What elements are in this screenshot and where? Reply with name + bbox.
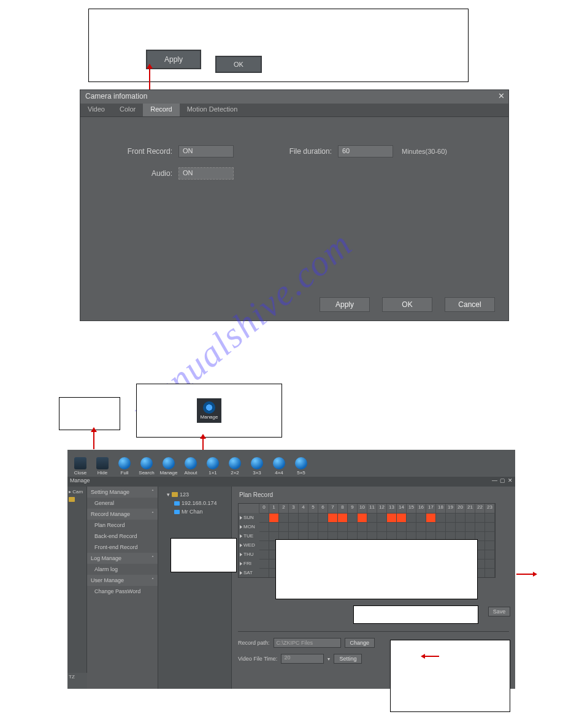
schedule-cell[interactable] — [485, 540, 495, 550]
schedule-cell[interactable] — [289, 513, 299, 522]
schedule-cell[interactable] — [328, 513, 338, 522]
schedule-day-label[interactable]: SUN — [239, 513, 259, 522]
schedule-day-label[interactable]: MON — [239, 522, 259, 531]
sidebar-item-frontend-record[interactable]: Front-end Record — [87, 542, 158, 553]
schedule-cell[interactable] — [308, 522, 318, 531]
sidebar-header-user-manage[interactable]: User Manage ˄ — [87, 575, 158, 586]
toolbar-grid-4x4[interactable]: 4×4 — [269, 457, 289, 476]
schedule-cell[interactable] — [377, 522, 387, 531]
schedule-cell[interactable] — [259, 522, 269, 531]
toolbar-grid-2x2[interactable]: 2×2 — [224, 457, 245, 476]
cancel-button[interactable]: Cancel — [445, 297, 495, 312]
sidebar-item-alarm-log[interactable]: Alarm log — [87, 564, 158, 575]
schedule-cell[interactable] — [338, 522, 348, 531]
tree-root[interactable]: ▾ 123 — [161, 490, 229, 499]
schedule-day-label[interactable]: THU — [239, 550, 259, 559]
schedule-cell[interactable] — [485, 559, 495, 568]
chevron-down-icon[interactable]: ▾ — [327, 656, 330, 662]
schedule-cell[interactable] — [426, 522, 436, 531]
schedule-cell[interactable] — [407, 522, 416, 531]
schedule-cell[interactable] — [269, 522, 279, 531]
schedule-cell[interactable] — [318, 522, 328, 531]
schedule-cell[interactable] — [485, 522, 495, 531]
sidebar-item-backend-record[interactable]: Back-end Record — [87, 531, 158, 542]
schedule-cell[interactable] — [475, 522, 485, 531]
schedule-day-label[interactable]: SAT — [239, 568, 259, 577]
audio-select[interactable]: ON — [178, 167, 234, 180]
save-button[interactable]: Save — [488, 607, 510, 616]
schedule-cell[interactable] — [259, 568, 269, 577]
schedule-cell[interactable] — [426, 513, 436, 522]
schedule-cell[interactable] — [259, 540, 269, 550]
schedule-cell[interactable] — [397, 522, 407, 531]
tab-record[interactable]: Record — [143, 104, 179, 116]
schedule-cell[interactable] — [377, 513, 387, 522]
schedule-cell[interactable] — [328, 522, 338, 531]
schedule-cell[interactable] — [299, 522, 308, 531]
toolbar-hide[interactable]: Hide — [92, 457, 113, 476]
schedule-cell[interactable] — [367, 513, 377, 522]
schedule-cell[interactable] — [416, 522, 426, 531]
sidebar-header-log-manage[interactable]: Log Manage ˄ — [87, 553, 158, 564]
schedule-cell[interactable] — [416, 513, 426, 522]
schedule-cell[interactable] — [289, 522, 299, 531]
schedule-cell[interactable] — [387, 513, 397, 522]
schedule-day-label[interactable]: WED — [239, 540, 259, 550]
schedule-cell[interactable] — [436, 513, 446, 522]
camera-tree-item[interactable] — [69, 497, 85, 503]
schedule-cell[interactable] — [485, 531, 495, 540]
schedule-cell[interactable] — [367, 522, 377, 531]
schedule-cell[interactable] — [485, 513, 495, 522]
toolbar-full[interactable]: Full — [114, 457, 135, 476]
toolbar-manage[interactable]: Manage — [158, 457, 179, 476]
schedule-cell[interactable] — [475, 513, 485, 522]
schedule-cell[interactable] — [358, 513, 367, 522]
schedule-cell[interactable] — [259, 513, 269, 522]
schedule-cell[interactable] — [436, 522, 446, 531]
apply-button-chip[interactable]: Apply — [146, 50, 201, 69]
toolbar-search[interactable]: Search — [136, 457, 157, 476]
schedule-cell[interactable] — [485, 550, 495, 559]
file-duration-input[interactable]: 60 — [338, 145, 393, 157]
tab-color[interactable]: Color — [112, 104, 143, 116]
schedule-cell[interactable] — [259, 559, 269, 568]
toolbar-grid-3x3[interactable]: 3×3 — [247, 457, 267, 476]
schedule-cell[interactable] — [348, 522, 358, 531]
schedule-cell[interactable] — [279, 513, 289, 522]
close-icon[interactable]: ✕ — [498, 91, 505, 100]
schedule-cell[interactable] — [259, 531, 269, 540]
schedule-cell[interactable] — [338, 513, 348, 522]
schedule-cell[interactable] — [407, 513, 416, 522]
schedule-cell[interactable] — [465, 513, 475, 522]
manage-app-icon[interactable]: Manage — [197, 398, 221, 423]
schedule-cell[interactable] — [465, 522, 475, 531]
schedule-cell[interactable] — [308, 513, 318, 522]
schedule-cell[interactable] — [279, 522, 289, 531]
schedule-cell[interactable] — [456, 513, 465, 522]
sidebar-item-general[interactable]: General — [87, 498, 158, 509]
sidebar-item-plan-record[interactable]: Plan Record — [87, 520, 158, 531]
ok-button-chip[interactable]: OK — [215, 56, 262, 73]
schedule-cell[interactable] — [318, 513, 328, 522]
sidebar-header-setting-manage[interactable]: Setting Manage ˄ — [87, 487, 158, 498]
camera-tree-root[interactable]: ▸ Cam — [69, 489, 85, 495]
minimize-icon[interactable]: — — [492, 477, 497, 483]
change-button[interactable]: Change — [345, 638, 375, 648]
toolbar-grid-1x1[interactable]: 1×1 — [202, 457, 223, 476]
schedule-day-label[interactable]: FRI — [239, 559, 259, 568]
ok-button[interactable]: OK — [382, 297, 432, 312]
close-icon[interactable]: ✕ — [508, 477, 513, 483]
apply-button[interactable]: Apply — [320, 297, 370, 312]
schedule-cell[interactable] — [259, 550, 269, 559]
toolbar-close[interactable]: Close — [70, 457, 91, 476]
toolbar-grid-5x5[interactable]: 5×5 — [291, 457, 312, 476]
tab-video[interactable]: Video — [80, 104, 112, 116]
tree-child[interactable]: Mr Chan — [161, 507, 229, 516]
schedule-cell[interactable] — [397, 513, 407, 522]
schedule-cell[interactable] — [456, 522, 465, 531]
schedule-cell[interactable] — [446, 522, 456, 531]
schedule-day-label[interactable]: TUE — [239, 531, 259, 540]
schedule-cell[interactable] — [348, 513, 358, 522]
setting-button[interactable]: Setting — [334, 654, 362, 664]
front-record-select[interactable]: ON — [178, 145, 234, 157]
